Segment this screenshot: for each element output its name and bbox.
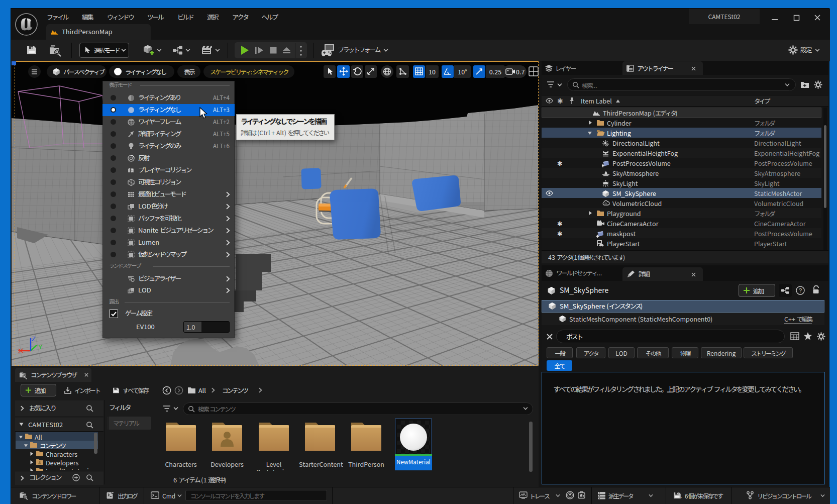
- svg-text:Z: Z: [32, 335, 36, 343]
- svg-text:*: *: [680, 495, 682, 500]
- svg-text:Y: Y: [38, 343, 43, 351]
- svg-text:?: ?: [799, 287, 802, 293]
